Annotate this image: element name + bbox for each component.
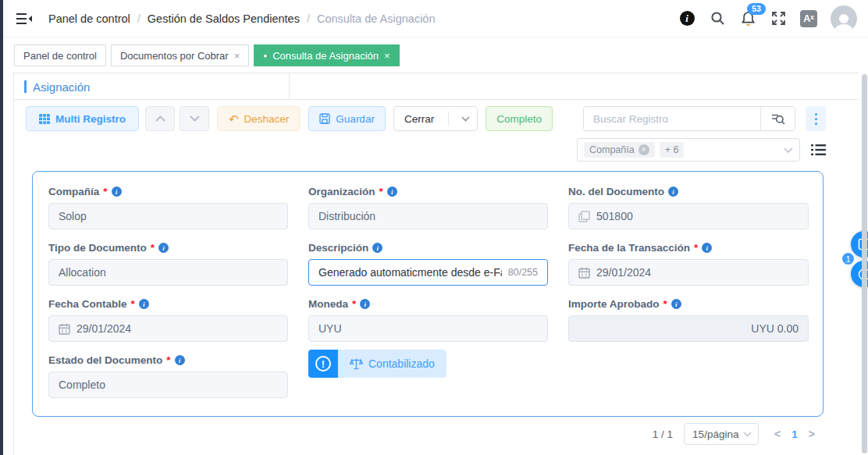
main-content: Asignación Multi Registro ↶ Deshacer — [13, 73, 859, 455]
chevron-down-icon — [784, 148, 793, 153]
complete-status-button[interactable]: Completo — [486, 106, 553, 131]
field-label: Estado del Documento — [48, 354, 162, 366]
search-icon[interactable] — [709, 10, 726, 27]
filter-chip-more: + 6 — [660, 142, 685, 158]
chevron-down-icon — [743, 432, 752, 437]
save-button[interactable]: Guardar — [308, 106, 386, 131]
field-label: Organización — [308, 186, 375, 197]
breadcrumb-item-gestion[interactable]: Gestión de Saldos Pendientes — [148, 12, 300, 25]
user-avatar[interactable] — [831, 5, 857, 32]
field-info-icon[interactable]: i — [360, 299, 370, 309]
chevron-up-icon — [155, 116, 165, 122]
next-page-button[interactable]: > — [809, 428, 815, 440]
field-info-icon[interactable]: i — [175, 355, 185, 365]
language-switch-icon[interactable]: Aˣ — [800, 10, 817, 27]
field-label: Fecha Contable — [48, 298, 127, 310]
pagination: 1 / 1 15/página < 1 > — [14, 423, 815, 445]
undo-icon: ↶ — [229, 113, 239, 125]
tab-panel-de-control[interactable]: Panel de control — [14, 44, 106, 66]
undo-button[interactable]: ↶ Deshacer — [217, 106, 301, 131]
field-importe-aprobado: Importe Aprobado * i — [568, 298, 809, 342]
exclamation-icon: ! — [315, 356, 331, 371]
close-tab-icon[interactable]: × — [234, 50, 240, 62]
descripcion-input[interactable] — [318, 266, 502, 279]
page-size-select[interactable]: 15/página — [684, 423, 759, 445]
record-search-input[interactable] — [584, 107, 760, 130]
breadcrumb-separator: / — [137, 12, 141, 25]
multi-record-button[interactable]: Multi Registro — [26, 106, 139, 131]
field-info-icon[interactable]: i — [139, 299, 149, 309]
field-label: Tipo de Documento — [48, 242, 147, 254]
field-info-icon[interactable]: i — [387, 187, 397, 197]
calendar-icon — [578, 267, 590, 279]
field-list-button[interactable] — [811, 144, 826, 156]
importe-aprobado-input — [578, 322, 799, 335]
next-record-button[interactable] — [180, 106, 209, 131]
close-document-button[interactable]: Cerrar — [393, 106, 478, 131]
breadcrumb-item-panel[interactable]: Panel de control — [48, 12, 130, 25]
field-posted: ! Contabilizado — [308, 354, 548, 398]
required-mark: * — [131, 298, 135, 310]
moneda-input[interactable] — [318, 322, 538, 335]
close-dropdown-chevron[interactable] — [454, 116, 477, 122]
compania-input[interactable] — [59, 210, 278, 222]
close-tab-icon[interactable]: × — [384, 50, 390, 62]
field-fecha-contable: Fecha Contable * i — [48, 298, 288, 342]
scales-icon — [350, 357, 363, 370]
copy-document-icon — [578, 211, 590, 222]
posted-composite-button: ! Contabilizado — [308, 350, 548, 378]
open-window-tabs: Panel de control Documentos por Cobrar ×… — [14, 44, 400, 66]
breadcrumb-separator: / — [307, 12, 310, 25]
field-info-icon[interactable]: i — [671, 299, 681, 309]
more-options-button[interactable] — [806, 106, 826, 131]
field-label: Moneda — [308, 298, 348, 310]
notifications-bell-icon[interactable]: 53 — [739, 10, 756, 27]
field-estado-documento: Estado del Documento * i — [48, 354, 288, 398]
required-mark: * — [352, 298, 356, 310]
toolbar: Multi Registro ↶ Deshacer Guardar — [26, 106, 826, 131]
tab-asignacion[interactable]: Asignación — [14, 73, 290, 100]
chevron-down-icon — [190, 116, 200, 122]
field-info-icon[interactable]: i — [112, 187, 122, 197]
breadcrumb: Panel de control / Gestión de Saldos Pen… — [48, 12, 436, 25]
remove-chip-icon[interactable]: × — [639, 144, 649, 155]
required-mark: * — [379, 186, 383, 197]
organizacion-input[interactable] — [318, 210, 538, 222]
notification-badge: 53 — [747, 3, 766, 15]
previous-record-button[interactable] — [145, 106, 175, 131]
record-form-card: Compañía * i Organización * i — [32, 171, 824, 417]
char-counter: 80/255 — [508, 267, 538, 278]
no-documento-input[interactable] — [596, 210, 799, 222]
list-icon — [811, 144, 826, 156]
posted-button[interactable]: Contabilizado — [338, 350, 446, 378]
sidebar-fold-icon[interactable] — [16, 10, 33, 27]
estado-documento-input[interactable] — [59, 379, 278, 391]
field-label: Fecha de la Transacción — [568, 242, 690, 254]
field-compania: Compañía * i — [48, 186, 288, 229]
field-info-icon[interactable]: i — [372, 243, 382, 253]
required-mark: * — [151, 242, 155, 254]
field-info-icon[interactable]: i — [668, 187, 678, 197]
app-page: Panel de control / Gestión de Saldos Pen… — [0, 0, 868, 455]
field-descripcion: Descripción i 80/255 — [308, 242, 548, 286]
tab-consulta-de-asignacion[interactable]: ● Consulta de Asignación × — [254, 44, 399, 66]
vertical-scrollbar[interactable] — [862, 74, 867, 453]
current-page[interactable]: 1 — [792, 428, 798, 440]
fields-filter-select[interactable]: Compañía × + 6 — [577, 138, 800, 162]
field-info-icon[interactable]: i — [158, 243, 169, 253]
prev-page-button[interactable]: < — [774, 428, 781, 440]
fecha-transaccion-input[interactable] — [596, 266, 799, 279]
info-icon[interactable]: i — [678, 10, 695, 27]
active-tab-bar — [24, 80, 27, 93]
search-list-button[interactable] — [760, 107, 795, 130]
field-info-icon[interactable]: i — [702, 243, 712, 253]
fecha-contable-input[interactable] — [76, 322, 278, 335]
active-dot-icon: ● — [263, 52, 267, 59]
tab-documentos-por-cobrar[interactable]: Documentos por Cobrar × — [111, 44, 249, 66]
calendar-icon — [59, 323, 70, 335]
record-search-box — [583, 106, 795, 131]
fullscreen-icon[interactable] — [770, 10, 787, 27]
tipo-documento-input[interactable] — [59, 266, 278, 279]
posted-alert-button[interactable]: ! — [308, 350, 338, 378]
required-mark: * — [166, 354, 170, 366]
